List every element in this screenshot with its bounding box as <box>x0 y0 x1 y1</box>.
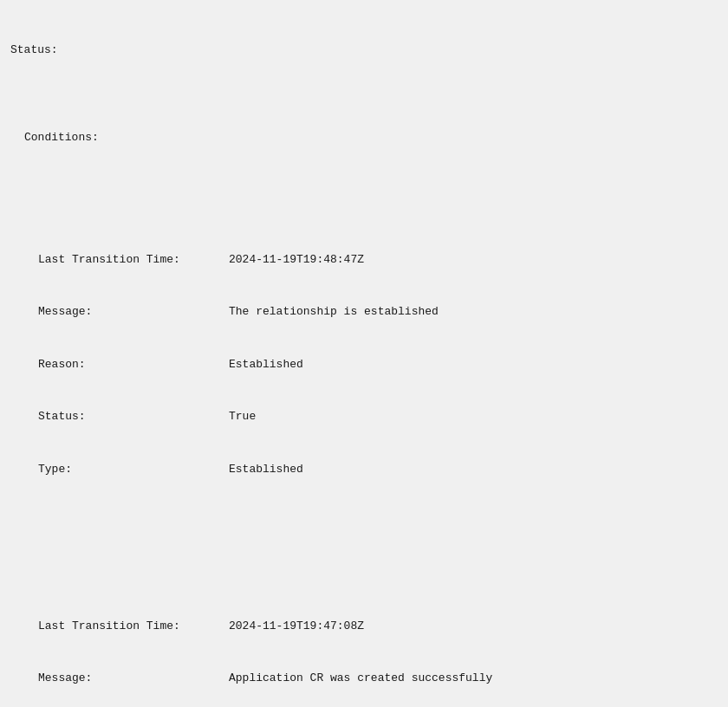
cond1-ltt-label: Last Transition Time: <box>38 251 229 269</box>
cond1-msg-label: Message: <box>38 303 229 321</box>
cond2-ltt-label: Last Transition Time: <box>38 618 229 635</box>
conditions-header: Conditions: <box>24 129 718 146</box>
cond1-msg-value: The relationship is established <box>229 303 439 321</box>
cond1-reason-row: Reason: Established <box>38 356 718 373</box>
cond1-status-value: True <box>229 408 256 425</box>
cond1-type-value: Established <box>229 461 303 478</box>
cond2-msg-label: Message: <box>38 670 229 687</box>
status-label: Status: <box>10 42 58 59</box>
status-header: Status: <box>10 42 718 59</box>
cond1-type-label: Type: <box>38 461 229 478</box>
cond1-ltt-row: Last Transition Time: 2024-11-19T19:48:4… <box>38 251 718 269</box>
cond2-ltt-value: 2024-11-19T19:47:08Z <box>229 618 364 635</box>
condition-1: Last Transition Time: 2024-11-19T19:48:4… <box>24 217 718 513</box>
cond2-ltt-row: Last Transition Time: 2024-11-19T19:47:0… <box>38 618 718 635</box>
cond1-type-row: Type: Established <box>38 461 718 478</box>
condition-2: Last Transition Time: 2024-11-19T19:47:0… <box>24 583 718 707</box>
cond1-msg-row: Message: The relationship is established <box>38 303 718 321</box>
status-output: Status: Conditions: Last Transition Time… <box>10 7 718 707</box>
conditions-label: Conditions: <box>24 129 99 146</box>
cond2-msg-value: Application CR was created successfully <box>229 670 492 687</box>
cond1-reason-label: Reason: <box>38 356 229 373</box>
cond2-msg-row: Message: Application CR was created succ… <box>38 670 718 687</box>
cond1-status-label: Status: <box>38 408 229 425</box>
cond1-ltt-value: 2024-11-19T19:48:47Z <box>229 251 364 269</box>
cond1-status-row: Status: True <box>38 408 718 425</box>
cond1-reason-value: Established <box>229 356 303 373</box>
conditions-section: Conditions: Last Transition Time: 2024-1… <box>10 94 718 707</box>
